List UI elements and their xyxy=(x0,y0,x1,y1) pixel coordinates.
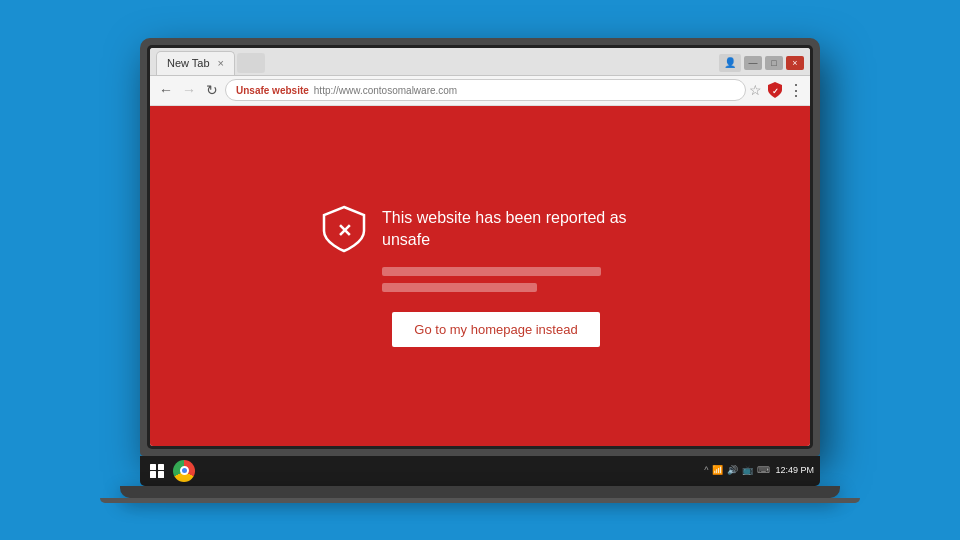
tab-strip: New Tab × xyxy=(156,51,719,75)
homepage-button-wrapper: Go to my homepage instead xyxy=(392,312,599,347)
laptop-display: New Tab × 👤 — xyxy=(100,38,860,503)
display-icon[interactable]: 📺 xyxy=(742,465,753,475)
volume-icon[interactable]: 🔊 xyxy=(727,465,738,475)
forward-icon: → xyxy=(182,82,196,98)
address-url: http://www.contosomalware.com xyxy=(314,85,457,96)
browser-toolbar: ← → ↻ Unsafe website http://www.contosom… xyxy=(150,76,810,106)
win-sq-3 xyxy=(150,471,156,477)
win-sq-4 xyxy=(158,471,164,477)
laptop-foot xyxy=(100,498,860,503)
user-icon: 👤 xyxy=(724,57,736,68)
reload-button[interactable]: ↻ xyxy=(202,80,222,100)
screen-bezel: New Tab × 👤 — xyxy=(147,45,813,449)
svg-text:✓: ✓ xyxy=(772,87,779,96)
user-button[interactable]: 👤 xyxy=(719,54,741,72)
shield-svg: ✓ xyxy=(768,82,782,98)
star-icon[interactable]: ☆ xyxy=(749,82,762,98)
new-tab-placeholder xyxy=(237,53,265,73)
tab-label: New Tab xyxy=(167,57,210,69)
win-sq-2 xyxy=(158,464,164,470)
maximize-button[interactable]: □ xyxy=(765,56,783,70)
svg-text:✕: ✕ xyxy=(337,221,352,241)
keyboard-icon[interactable]: ⌨ xyxy=(757,465,770,475)
taskbar-right: ^ 📶 🔊 📺 ⌨ 12:49 PM xyxy=(704,465,814,476)
windows-icon xyxy=(150,464,164,478)
browser-window: New Tab × 👤 — xyxy=(150,48,810,446)
shield-toolbar-icon[interactable]: ✓ xyxy=(766,81,784,99)
reload-icon: ↻ xyxy=(206,82,218,98)
address-bar[interactable]: Unsafe website http://www.contosomalware… xyxy=(225,79,746,101)
chevron-icon[interactable]: ^ xyxy=(704,465,708,475)
page-content: ✕ This website has been reported as unsa… xyxy=(150,106,810,446)
taskbar-clock[interactable]: 12:49 PM xyxy=(775,465,814,476)
warning-title: This website has been reported as unsafe xyxy=(382,207,640,250)
maximize-icon: □ xyxy=(771,58,776,68)
unsafe-label: Unsafe website xyxy=(236,85,309,96)
laptop-base xyxy=(120,486,840,498)
minimize-icon: — xyxy=(749,58,758,68)
warning-header: ✕ This website has been reported as unsa… xyxy=(320,205,640,253)
win-sq-1 xyxy=(150,464,156,470)
taskbar-chrome-icon[interactable] xyxy=(173,460,195,482)
browser-titlebar: New Tab × 👤 — xyxy=(150,48,810,76)
back-button[interactable]: ← xyxy=(156,80,176,100)
description-line-2 xyxy=(382,283,537,292)
taskbar-system-icons: ^ 📶 🔊 📺 ⌨ xyxy=(704,465,770,475)
taskbar: ^ 📶 🔊 📺 ⌨ 12:49 PM xyxy=(140,456,820,486)
homepage-button[interactable]: Go to my homepage instead xyxy=(392,312,599,347)
active-tab[interactable]: New Tab × xyxy=(156,51,235,75)
shield-warning-icon: ✕ xyxy=(320,205,368,253)
tab-close[interactable]: × xyxy=(218,57,224,69)
minimize-button[interactable]: — xyxy=(744,56,762,70)
chrome-center xyxy=(180,466,189,475)
desktop: New Tab × 👤 — xyxy=(0,0,960,540)
taskbar-time: 12:49 PM xyxy=(775,465,814,476)
toolbar-right: ☆ ✓ ⋮ xyxy=(749,81,804,100)
forward-button[interactable]: → xyxy=(179,80,199,100)
close-icon: × xyxy=(792,58,797,68)
warning-description-lines xyxy=(320,267,640,292)
laptop-screen: New Tab × 👤 — xyxy=(140,38,820,456)
menu-icon[interactable]: ⋮ xyxy=(788,81,804,100)
titlebar-controls: 👤 — □ × xyxy=(719,54,804,72)
description-line-1 xyxy=(382,267,601,276)
network-icon[interactable]: 📶 xyxy=(712,465,723,475)
close-button[interactable]: × xyxy=(786,56,804,70)
warning-container: ✕ This website has been reported as unsa… xyxy=(320,205,640,347)
back-icon: ← xyxy=(159,82,173,98)
start-button[interactable] xyxy=(146,460,168,482)
